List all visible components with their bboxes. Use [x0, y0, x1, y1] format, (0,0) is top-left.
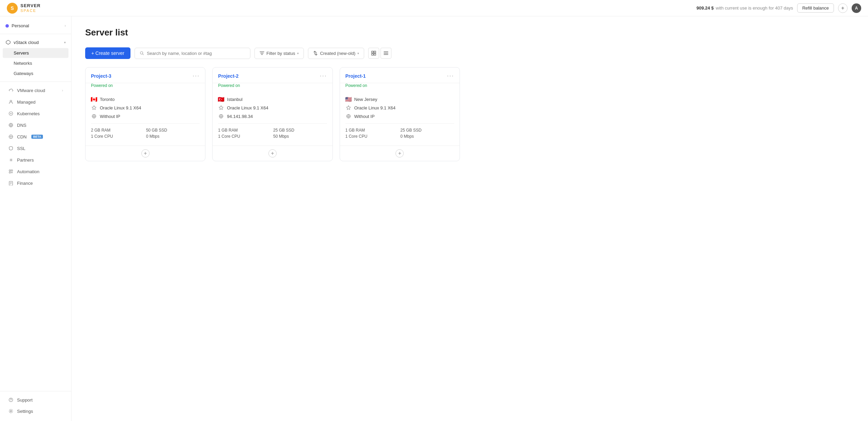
svg-point-12 [10, 410, 12, 412]
sort-chevron-icon: ▾ [357, 51, 359, 55]
personal-chevron-icon: › [65, 24, 66, 28]
sidebar-item-networks[interactable]: Networks [3, 58, 68, 68]
card-cpu: 1 Core CPU [345, 134, 399, 139]
search-box [135, 48, 250, 59]
location-flag-icon: 🇹🇷 [218, 96, 224, 102]
asterisk-icon: ✳ [8, 157, 14, 163]
sidebar-item-dns[interactable]: DNS [3, 120, 68, 131]
logo: S SERVER SPACE [7, 3, 41, 14]
list-icon [384, 51, 388, 56]
grid-view-button[interactable] [368, 48, 379, 59]
card-ip-row: Without IP [345, 113, 454, 119]
refill-balance-button[interactable]: Refill balance [797, 3, 834, 13]
filter-chevron-icon: ▾ [297, 51, 299, 55]
ip-icon [218, 113, 224, 119]
page-title: Server list [85, 27, 854, 38]
logo-text: SERVER SPACE [20, 3, 41, 12]
sidebar-item-kubernetes[interactable]: Kubernetes [3, 108, 68, 119]
location-flag-icon: 🇨🇦 [91, 96, 97, 102]
card-ram: 1 GB RAM [345, 128, 399, 133]
card-storage: 25 GB SSD [273, 128, 327, 133]
card-add-button[interactable]: + [141, 149, 150, 157]
card-ip: Without IP [354, 114, 375, 119]
sidebar-item-finance[interactable]: Finance [3, 178, 68, 189]
card-location: Toronto [100, 97, 114, 102]
server-card-project-2: Project-2 ··· Powered on 🇹🇷 Istanbul Ora… [212, 67, 332, 161]
ip-icon [91, 113, 97, 119]
avatar[interactable]: A [852, 3, 861, 13]
vstack-chevron-icon: ▾ [64, 41, 66, 44]
card-menu-button[interactable]: ··· [192, 72, 200, 79]
card-add-button[interactable]: + [396, 149, 404, 157]
vstack-icon [5, 40, 11, 45]
sidebar-item-gateways[interactable]: Gateways [3, 69, 68, 78]
card-location-row: 🇹🇷 Istanbul [218, 96, 327, 102]
card-os: Oracle Linux 9.1 X64 [354, 105, 396, 110]
card-os: Oracle Linux 9.1 X64 [227, 105, 268, 110]
sidebar-item-partners[interactable]: ✳ Partners [3, 154, 68, 165]
filter-icon [260, 51, 264, 56]
card-divider [91, 123, 200, 124]
balance-note: with current use is enough for 407 days [716, 5, 793, 11]
shield-icon [8, 146, 14, 151]
main-content: Server list + Create server Filter by st… [72, 16, 868, 421]
card-footer: + [213, 146, 332, 161]
sidebar-item-servers[interactable]: Servers [3, 48, 68, 58]
sidebar-item-cdn[interactable]: CDN BETA [3, 131, 68, 142]
sort-button[interactable]: Created (new-old) ▾ [308, 48, 364, 59]
svg-rect-15 [374, 51, 376, 53]
search-input[interactable] [147, 51, 245, 56]
list-view-button[interactable] [381, 48, 391, 59]
card-body: 🇺🇸 New Jersey Oracle Linux 9.1 X64 Witho… [340, 92, 460, 146]
card-ip-row: 94.141.98.34 [218, 113, 327, 119]
sidebar-item-automation[interactable]: Automation [3, 166, 68, 177]
svg-rect-17 [374, 54, 376, 55]
card-add-button[interactable]: + [268, 149, 277, 157]
sidebar-item-ssl[interactable]: SSL [3, 143, 68, 154]
svg-rect-16 [372, 54, 373, 55]
card-menu-button[interactable]: ··· [320, 72, 327, 79]
filter-button[interactable]: Filter by status ▾ [254, 48, 304, 59]
personal-label: Personal [12, 23, 29, 28]
vmware-chevron-icon: › [62, 89, 63, 92]
add-button[interactable]: + [838, 3, 848, 13]
svg-rect-8 [9, 172, 11, 173]
card-os-row: Oracle Linux 9.1 X64 [91, 105, 200, 111]
sidebar-item-support[interactable]: Support [3, 394, 68, 405]
sidebar-item-managed[interactable]: Managed [3, 96, 68, 107]
toolbar: + Create server Filter by status ▾ [85, 47, 854, 59]
card-location-row: 🇺🇸 New Jersey [345, 96, 454, 102]
support-icon [8, 397, 14, 403]
card-divider [345, 123, 454, 124]
project-name[interactable]: Project-2 [218, 73, 238, 79]
card-status: Powered on [86, 83, 205, 92]
view-toggle [368, 48, 391, 59]
ip-icon [345, 113, 352, 119]
cdn-icon [8, 134, 14, 139]
vstack-label: vStack cloud [14, 40, 39, 45]
card-storage: 25 GB SSD [400, 128, 454, 133]
create-server-button[interactable]: + Create server [85, 47, 130, 59]
card-header: Project-2 ··· [213, 67, 332, 83]
kubernetes-icon [8, 111, 14, 116]
sidebar-item-settings[interactable]: Settings [3, 406, 68, 417]
user-icon [8, 99, 14, 105]
project-name[interactable]: Project-3 [91, 73, 111, 79]
sidebar-item-vmware[interactable]: VMware cloud › [3, 85, 68, 96]
automation-icon [8, 169, 14, 174]
os-icon [218, 105, 224, 111]
server-cards-grid: Project-3 ··· Powered on 🇨🇦 Toronto Orac… [85, 67, 460, 161]
card-ip-row: Without IP [91, 113, 200, 119]
card-ram: 1 GB RAM [218, 128, 272, 133]
card-specs: 2 GB RAM 50 GB SSD 1 Core CPU 0 Mbps [91, 128, 200, 139]
card-ip: Without IP [100, 114, 120, 119]
vstack-group-header[interactable]: vStack cloud ▾ [0, 37, 71, 48]
location-flag-icon: 🇺🇸 [345, 96, 352, 102]
project-name[interactable]: Project-1 [345, 73, 366, 79]
card-ram: 2 GB RAM [91, 128, 145, 133]
logo-icon: S [7, 3, 18, 14]
sidebar-personal[interactable]: Personal › [0, 20, 71, 31]
card-specs: 1 GB RAM 25 GB SSD 1 Core CPU 0 Mbps [345, 128, 454, 139]
card-menu-button[interactable]: ··· [447, 72, 454, 79]
os-icon [91, 105, 97, 111]
